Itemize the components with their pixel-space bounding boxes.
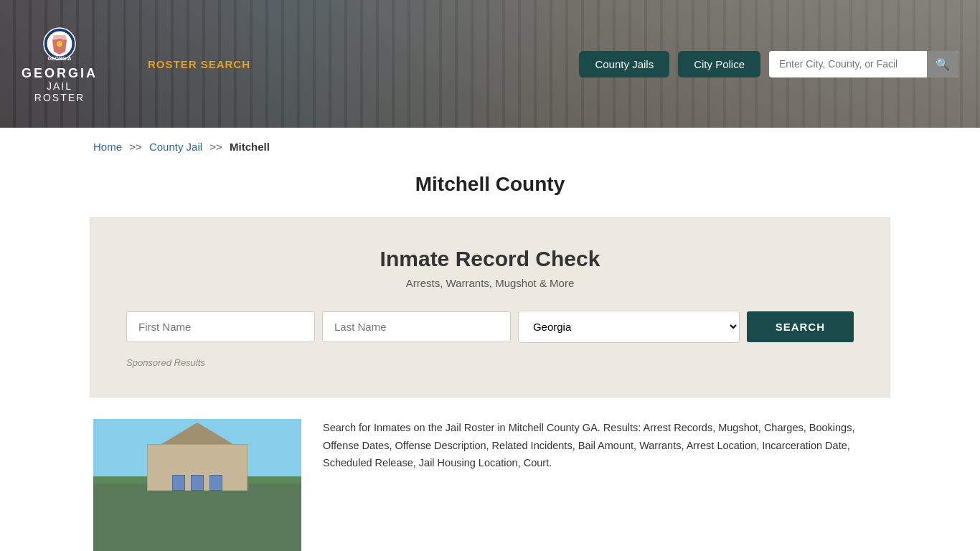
site-logo: GEORGIA GEORGIA JAIL ROSTER bbox=[22, 24, 98, 104]
jail-description: Search for Inmates on the Jail Roster in… bbox=[323, 419, 887, 551]
logo-text-jail: JAIL bbox=[47, 80, 72, 92]
first-name-input[interactable] bbox=[126, 311, 315, 342]
site-header: GEORGIA GEORGIA JAIL ROSTER ROSTER SEARC… bbox=[0, 0, 980, 128]
header-search-bar: 🔍 bbox=[769, 51, 958, 77]
sponsored-label: Sponsored Results bbox=[126, 357, 854, 368]
last-name-input[interactable] bbox=[322, 311, 511, 342]
inmate-search-button[interactable]: SEARCH bbox=[747, 311, 854, 342]
breadcrumb-current: Mitchell bbox=[230, 141, 270, 153]
breadcrumb-home-link[interactable]: Home bbox=[93, 141, 122, 153]
jail-image bbox=[93, 419, 301, 551]
breadcrumb-sep-2: >> bbox=[209, 141, 222, 153]
city-police-button[interactable]: City Police bbox=[678, 51, 760, 77]
inmate-box-title: Inmate Record Check bbox=[126, 247, 854, 271]
header-nav-right: County Jails City Police 🔍 bbox=[579, 51, 958, 77]
logo-text-georgia: GEORGIA bbox=[22, 67, 98, 81]
county-jails-button[interactable]: County Jails bbox=[579, 51, 669, 77]
logo-text-roster: ROSTER bbox=[34, 92, 85, 103]
page-title: Mitchell County bbox=[0, 173, 980, 196]
georgia-seal-icon: GEORGIA bbox=[38, 24, 81, 64]
svg-text:GEORGIA: GEORGIA bbox=[47, 56, 71, 61]
inmate-record-check-box: Inmate Record Check Arrests, Warrants, M… bbox=[90, 217, 890, 397]
breadcrumb: Home >> County Jail >> Mitchell bbox=[0, 128, 980, 166]
roster-search-nav[interactable]: ROSTER SEARCH bbox=[148, 58, 250, 70]
inmate-form-row: Georgia Alabama Alaska Arizona Arkansas … bbox=[126, 311, 854, 343]
bottom-section: Search for Inmates on the Jail Roster in… bbox=[0, 419, 980, 551]
svg-point-2 bbox=[57, 41, 62, 47]
header-search-input[interactable] bbox=[769, 52, 927, 75]
state-select[interactable]: Georgia Alabama Alaska Arizona Arkansas … bbox=[518, 311, 740, 343]
header-search-button[interactable]: 🔍 bbox=[927, 51, 958, 77]
inmate-box-subtitle: Arrests, Warrants, Mugshot & More bbox=[126, 277, 854, 289]
breadcrumb-county-jail-link[interactable]: County Jail bbox=[149, 141, 202, 153]
breadcrumb-sep-1: >> bbox=[129, 141, 142, 153]
page-title-section: Mitchell County bbox=[0, 166, 980, 217]
